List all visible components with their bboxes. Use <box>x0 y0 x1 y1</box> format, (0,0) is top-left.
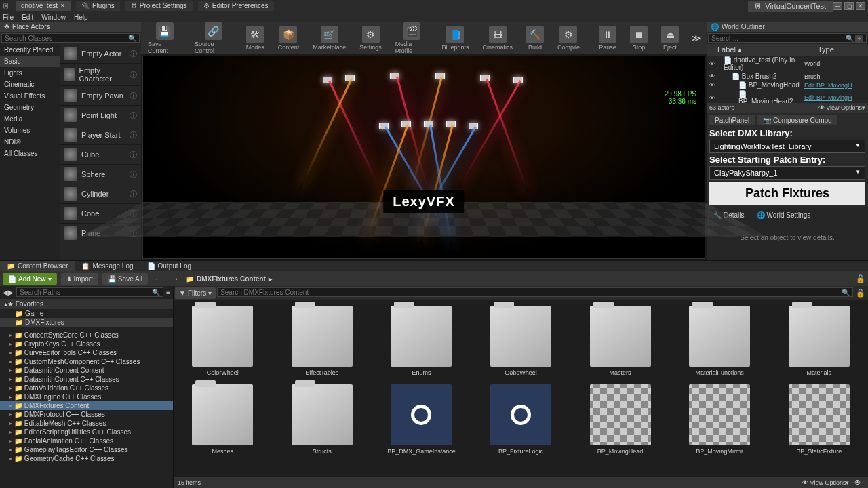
cat-media[interactable]: Media <box>0 113 60 125</box>
add-icon[interactable]: + <box>855 35 863 42</box>
tree-filter-icon[interactable]: ≡ <box>165 287 172 298</box>
tab-world-settings[interactable]: 🌐 World Settings <box>753 210 815 220</box>
nav-back[interactable]: ← <box>152 274 165 283</box>
content-item[interactable]: Structs <box>279 384 366 455</box>
tree-item[interactable]: ▸📁 CustomMeshComponent C++ Classes <box>0 357 173 366</box>
add-new-button[interactable]: 📄 Add New ▾ <box>3 273 57 285</box>
toolbar-source-control[interactable]: 🔗Source Control <box>191 21 237 56</box>
breadcrumb[interactable]: 📁 DMXFixtures Content ▸ <box>186 275 272 283</box>
expand-icon[interactable]: ▸ <box>9 367 12 373</box>
tree-item[interactable]: ▸📁 CurveEditorTools C++ Classes <box>0 348 173 357</box>
content-item[interactable]: Meshes <box>179 384 267 455</box>
tree-item[interactable]: ▸📁 DatasmithContent Content <box>0 366 173 375</box>
outliner-col-label[interactable]: Label ▴ <box>709 45 818 54</box>
visibility-icon[interactable]: 👁 <box>709 82 716 88</box>
content-search[interactable]: 🔍 <box>217 287 853 297</box>
outliner-row[interactable]: 👁📄 BP_MovingHeadEdit BP_MovingH <box>707 81 868 89</box>
toolbar-modes[interactable]: 🛠Modes <box>242 24 269 52</box>
lock-icon[interactable]: 🔓 <box>856 274 865 283</box>
visibility-icon[interactable]: 👁 <box>709 61 716 67</box>
toolbar-build[interactable]: 🔨Build <box>522 24 548 52</box>
tree-item[interactable]: ▸📁 ConcertSyncCore C++ Classes <box>0 331 173 340</box>
cat-geometry[interactable]: Geometry <box>0 102 60 113</box>
expand-icon[interactable]: ▸ <box>9 420 12 426</box>
tree-item[interactable]: ▸📁 DatasmithContent C++ Classes <box>0 375 173 384</box>
place-item[interactable]: Empty Actorⓘ <box>60 44 141 64</box>
expand-icon[interactable]: ▸ <box>9 447 12 453</box>
tree-search[interactable]: 🔍 <box>16 287 163 297</box>
content-lock-icon[interactable]: 🔓 <box>854 287 867 299</box>
expand-icon[interactable]: ▸ <box>9 359 12 365</box>
outliner-row[interactable]: 👁📄 Box Brush2Brush <box>707 72 868 81</box>
cat-basic[interactable]: Basic <box>0 56 60 67</box>
tree-toggle-icon[interactable]: ◀▶ <box>1 287 15 298</box>
toolbar-content[interactable]: 📦Content <box>274 24 304 52</box>
expand-icon[interactable]: ▸ <box>9 403 12 409</box>
import-button[interactable]: ⬇ Import <box>61 273 98 285</box>
outliner-col-type[interactable]: Type <box>818 45 865 54</box>
info-icon[interactable]: ⓘ <box>130 91 137 101</box>
content-item[interactable]: BP_DMX_GameInstance <box>378 384 465 455</box>
tab-output-log[interactable]: 📄 Output Log <box>140 261 198 271</box>
nav-forward[interactable]: → <box>169 274 182 283</box>
cat-lights[interactable]: Lights <box>0 67 60 79</box>
outliner-view-options[interactable]: 👁 View Options▾ <box>818 104 865 111</box>
tree-item[interactable]: ▸📁 CryptoKeys C++ Classes <box>0 340 173 348</box>
menu-help[interactable]: Help <box>74 14 88 21</box>
toolbar-cinematics[interactable]: 🎞Cinematics <box>478 24 517 52</box>
tab-plugins[interactable]: 🔌 Plugins <box>76 1 120 11</box>
save-all-button[interactable]: 💾 Save All <box>102 273 148 285</box>
info-icon[interactable]: ⓘ <box>130 150 137 160</box>
cat-all-classes[interactable]: All Classes <box>0 148 60 159</box>
visibility-icon[interactable]: 👁 <box>709 95 716 101</box>
expand-icon[interactable]: ▸ <box>9 455 12 462</box>
tab-editor-prefs[interactable]: ⚙ Editor Preferences <box>198 1 274 11</box>
expand-icon[interactable]: ▸ <box>9 394 12 400</box>
menu-edit[interactable]: Edit <box>22 14 33 21</box>
toolbar-blueprints[interactable]: 📘Blueprints <box>437 24 473 52</box>
toolbar-compile[interactable]: ⚙Compile <box>553 24 584 52</box>
content-item[interactable]: BP_StaticFixture <box>775 384 863 455</box>
dmx-patch-select[interactable]: ClayPakySharpy_1▼ <box>709 166 865 180</box>
expand-icon[interactable]: ▸ <box>9 429 12 435</box>
favorites-header[interactable]: ▴★ Favorites <box>0 299 173 309</box>
toolbar-stop[interactable]: ⏹Stop <box>626 24 652 52</box>
content-item[interactable]: ColorWheel <box>179 306 267 376</box>
info-icon[interactable]: ⓘ <box>130 130 137 140</box>
cat-ndi[interactable]: NDI® <box>0 136 60 148</box>
place-item[interactable]: Empty Pawnⓘ <box>60 86 141 106</box>
toolbar-eject[interactable]: ⏏Eject <box>657 24 683 52</box>
window-minimize[interactable]: ─ <box>833 2 842 10</box>
content-item[interactable]: MaterialFunctions <box>676 306 764 376</box>
viewport[interactable]: LexyVFX 29.98 FPS 33.36 ms <box>142 56 705 259</box>
content-item[interactable]: Enums <box>378 306 465 376</box>
toolbar-settings[interactable]: ⚙Settings <box>355 24 386 52</box>
tree-game[interactable]: 📁 Game <box>0 309 173 318</box>
expand-icon[interactable]: ▸ <box>9 385 12 391</box>
info-icon[interactable]: ⓘ <box>130 49 137 59</box>
place-item[interactable]: Sphereⓘ <box>60 165 141 184</box>
content-item[interactable]: BP_MovingMirror <box>676 384 764 455</box>
tree-item[interactable]: ▸📁 GameplayTagsEditor C++ Classes <box>0 445 173 454</box>
tab-project-settings[interactable]: ⚙ Project Settings <box>125 1 193 11</box>
content-item[interactable]: GoboWheel <box>477 306 565 376</box>
toolbar-save-current[interactable]: 💾Save Current <box>144 21 185 56</box>
expand-icon[interactable]: ▸ <box>9 376 12 382</box>
tree-item[interactable]: ▸📁 DMXProtocol C++ Classes <box>0 410 173 419</box>
cat-recently-placed[interactable]: Recently Placed <box>0 44 60 56</box>
visibility-icon[interactable]: 👁 <box>709 73 716 79</box>
tab-message-log[interactable]: 📋 Message Log <box>75 261 140 271</box>
tree-item[interactable]: ▸📁 GeometryCache C++ Classes <box>0 454 173 463</box>
cb-view-options[interactable]: 👁 View Options▾ ⎼⦿⎼ <box>802 479 864 486</box>
filters-button[interactable]: ▼ Filters▾ <box>175 287 216 299</box>
window-maximize[interactable]: ◻ <box>844 2 854 10</box>
outliner-search[interactable]: 🔍+ <box>708 33 867 43</box>
patch-fixtures-button[interactable]: Patch Fixtures <box>709 182 865 205</box>
info-icon[interactable]: ⓘ <box>130 110 137 121</box>
tab-project[interactable]: dnotive_test✕ <box>16 1 71 11</box>
tree-item[interactable]: ▸📁 DataValidation C++ Classes <box>0 384 173 392</box>
content-item[interactable]: Materials <box>775 306 863 376</box>
place-item[interactable]: Cylinderⓘ <box>60 184 141 204</box>
menu-file[interactable]: File <box>3 14 14 21</box>
window-close[interactable]: ✕ <box>856 2 865 10</box>
